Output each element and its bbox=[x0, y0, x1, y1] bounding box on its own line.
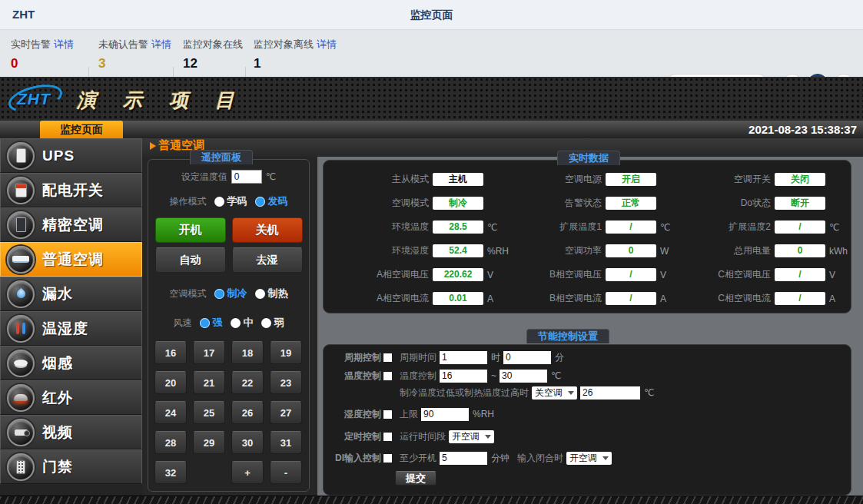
set-temp-input[interactable] bbox=[231, 170, 262, 184]
sidebar-item-normal-ac[interactable]: 普通空调 bbox=[0, 242, 142, 277]
data-row: 总用电量0kWh bbox=[685, 244, 852, 257]
sidebar-item-precision-ac[interactable]: 精密空调 bbox=[0, 207, 142, 242]
data-row: 告警状态正常 bbox=[516, 197, 683, 210]
temp-button[interactable]: 23 bbox=[270, 371, 302, 394]
cycle-hour-input[interactable] bbox=[440, 351, 487, 364]
temp-action-input[interactable] bbox=[580, 386, 640, 400]
stat-label: 监控对象离线 bbox=[254, 38, 314, 50]
temp-high-input[interactable] bbox=[500, 370, 547, 383]
monitoring-app: ZHT 监控页面 实时告警详情 0 未确认告警详情 3 监控对象在线 12 监控… bbox=[0, 0, 863, 504]
temp-checkbox[interactable] bbox=[383, 372, 392, 380]
detail-link[interactable]: 详情 bbox=[54, 38, 74, 50]
power-off-button[interactable]: 关机 bbox=[232, 217, 303, 243]
logo-bar: ZHT 演 示 项 目 开灯 关灯 bbox=[0, 77, 863, 121]
temp-button[interactable]: 24 bbox=[154, 401, 187, 424]
fan-option-label[interactable]: 强 bbox=[213, 316, 223, 330]
sidebar-item-smoke[interactable]: 烟感 bbox=[0, 346, 142, 380]
realtime-column-2: 空调电源开启 告警状态正常 扩展温度1/℃ 空调功率0W B相空调电压/V B相… bbox=[516, 173, 683, 305]
sidebar-item-power-switch[interactable]: 配电开关 bbox=[0, 173, 142, 207]
temp-button[interactable]: 22 bbox=[231, 371, 264, 394]
radio-heating[interactable] bbox=[255, 289, 265, 299]
timer-checkbox[interactable] bbox=[383, 433, 392, 441]
radio-fan-low[interactable] bbox=[261, 318, 271, 328]
sidebar-item-video[interactable]: 视频 bbox=[0, 415, 142, 449]
sidebar-item-ups[interactable]: UPS bbox=[0, 138, 142, 173]
temp-button[interactable]: 32 bbox=[154, 461, 187, 484]
submit-button[interactable]: 提交 bbox=[395, 471, 436, 486]
humidity-checkbox[interactable] bbox=[383, 410, 392, 419]
dehumidify-button[interactable]: 去湿 bbox=[232, 247, 303, 273]
op-option-label[interactable]: 学码 bbox=[227, 194, 247, 208]
realtime-panel: 主从模式主机 空调模式制冷 环境温度28.5℃ 环境湿度52.4%RH A相空调… bbox=[323, 160, 851, 313]
power-on-button[interactable]: 开机 bbox=[155, 217, 226, 243]
realtime-column-1: 主从模式主机 空调模式制冷 环境温度28.5℃ 环境湿度52.4%RH A相空调… bbox=[343, 173, 510, 305]
value-box: 0.01 bbox=[433, 292, 483, 305]
fan-option-label[interactable]: 弱 bbox=[274, 316, 284, 330]
radio-fan-high[interactable] bbox=[200, 318, 210, 328]
temp-button[interactable]: 29 bbox=[193, 431, 225, 454]
fan-option-label[interactable]: 中 bbox=[244, 316, 254, 330]
temp-button[interactable]: 30 bbox=[231, 431, 264, 454]
value-box: / bbox=[606, 292, 656, 305]
di-minutes-input[interactable] bbox=[440, 452, 487, 465]
humidity-limit-input[interactable] bbox=[421, 408, 469, 421]
sidebar-item-water-leak[interactable]: 漏水 bbox=[0, 277, 142, 311]
cycle-checkbox[interactable] bbox=[383, 353, 392, 362]
caret-down-icon bbox=[485, 435, 491, 439]
sidebar-item-infrared[interactable]: 红外 bbox=[0, 380, 142, 415]
sidebar-item-temp-humidity[interactable]: 温湿度 bbox=[0, 311, 142, 346]
data-row: 空调电源开启 bbox=[516, 173, 683, 186]
energy-panel: 周期控制 周期时间 时 分 温度控制 温度控制 ~ ℃ 制冷温度过低或制热温度过… bbox=[323, 344, 851, 496]
temp-button[interactable]: 27 bbox=[270, 401, 302, 424]
grid-spacer bbox=[193, 461, 225, 484]
data-row: B相空调电压/V bbox=[516, 268, 683, 281]
op-option-label[interactable]: 发码 bbox=[268, 194, 288, 208]
temp-low-input[interactable] bbox=[440, 370, 487, 383]
di-checkbox[interactable] bbox=[383, 454, 392, 463]
ac-mode-label: 空调模式 bbox=[170, 287, 207, 300]
di-action-select[interactable]: 开空调 bbox=[566, 452, 612, 465]
value-box: 断开 bbox=[775, 197, 825, 210]
ac-option-label[interactable]: 制冷 bbox=[227, 287, 247, 300]
radio-send-code[interactable] bbox=[255, 197, 265, 207]
air-conditioner-icon bbox=[7, 246, 35, 274]
value-box: 正常 bbox=[606, 197, 656, 210]
value-box: / bbox=[775, 220, 825, 234]
temp-button[interactable]: 19 bbox=[270, 341, 302, 364]
temp-action-select[interactable]: 关空调 bbox=[532, 386, 577, 400]
temp-minus-button[interactable]: - bbox=[270, 461, 302, 484]
temp-button[interactable]: 31 bbox=[270, 431, 302, 454]
detail-link[interactable]: 详情 bbox=[151, 38, 171, 50]
temp-button[interactable]: 16 bbox=[154, 341, 187, 364]
ac-option-label[interactable]: 制热 bbox=[268, 287, 288, 300]
temp-group-label: 温度控制 bbox=[334, 370, 381, 383]
radio-fan-mid[interactable] bbox=[231, 318, 241, 328]
sidebar-item-door-access[interactable]: 门禁 bbox=[0, 449, 142, 484]
temp-button[interactable]: 25 bbox=[193, 401, 225, 424]
temp-button[interactable]: 20 bbox=[154, 371, 187, 394]
breaker-icon bbox=[7, 177, 35, 204]
radio-cooling[interactable] bbox=[214, 289, 224, 299]
temp-button[interactable]: 28 bbox=[154, 431, 187, 454]
temp-plus-button[interactable]: + bbox=[231, 461, 264, 484]
value-box: 0 bbox=[775, 244, 825, 257]
value-box: 28.5 bbox=[433, 220, 483, 234]
temp-action-row: 制冷温度过低或制热温度过高时 关空调 ℃ bbox=[334, 386, 654, 400]
value-box: 220.62 bbox=[433, 268, 483, 281]
radio-learn-code[interactable] bbox=[214, 197, 224, 207]
data-row: C相空调电流/A bbox=[685, 292, 852, 305]
cycle-minute-input[interactable] bbox=[503, 351, 551, 364]
stat-label: 监控对象在线 bbox=[183, 38, 243, 50]
cycle-time-label: 周期时间 bbox=[400, 351, 436, 364]
temp-button[interactable]: 26 bbox=[231, 401, 264, 424]
ups-icon bbox=[7, 142, 35, 170]
timer-select[interactable]: 开空调 bbox=[449, 430, 494, 443]
temp-button[interactable]: 17 bbox=[193, 341, 225, 364]
temp-button[interactable]: 18 bbox=[231, 341, 264, 364]
tab-monitoring-page[interactable]: 监控页面 bbox=[40, 121, 123, 138]
ac-mode-row: 空调模式 制冷 制热 bbox=[148, 287, 309, 300]
detail-link[interactable]: 详情 bbox=[317, 38, 337, 50]
timer-control-row: 定时控制 运行时间段 开空调 bbox=[334, 429, 494, 443]
auto-button[interactable]: 自动 bbox=[155, 247, 226, 273]
temp-button[interactable]: 21 bbox=[193, 371, 225, 394]
